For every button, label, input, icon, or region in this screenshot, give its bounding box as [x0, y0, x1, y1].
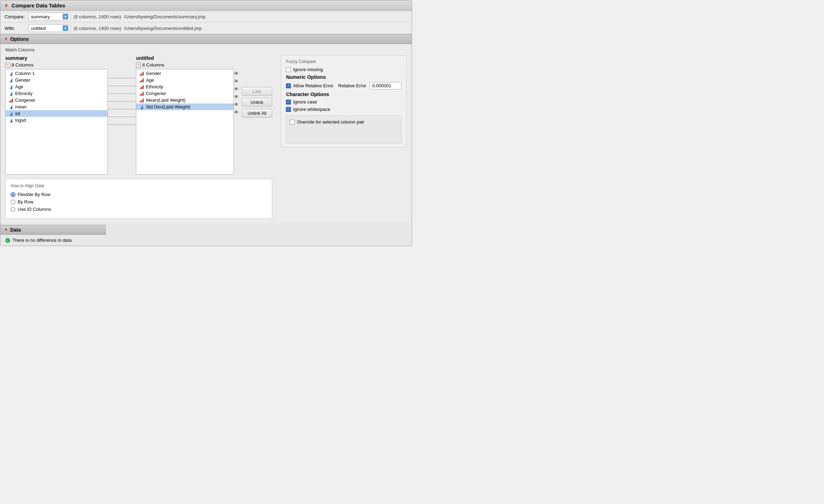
data-section-header[interactable]: ▼ Data [0, 225, 106, 235]
data-result-text: There is no difference in data [12, 238, 71, 243]
relative-error-label: Relative Error [338, 83, 366, 88]
radio-flexible[interactable]: Flexible By Row [11, 192, 267, 197]
untitled-list-row: Gender Age [136, 69, 238, 175]
col-age-icon [8, 84, 13, 89]
summary-col-age[interactable]: Age [6, 83, 107, 90]
summary-panel-title: summary [5, 55, 108, 61]
col-gender-icon [8, 78, 13, 83]
main-window: ▼ Compare Data Tables Compare: summary ▼… [0, 0, 412, 246]
ignore-missing-checkbox[interactable] [286, 67, 291, 72]
data-label: Data [10, 227, 21, 233]
col-panels-row: summary ✕ 8 Columns Column 1 [5, 55, 272, 175]
radio-flexible-btn[interactable] [11, 192, 15, 197]
ignore-case-row: ✓ Ignore case [286, 99, 401, 105]
summary-col-sd[interactable]: sd [6, 110, 107, 117]
title-bar: ▼ Compare Data Tables [0, 0, 412, 11]
with-label: With: [5, 26, 26, 31]
summary-col-mean[interactable]: mean [6, 103, 107, 110]
override-checkbox[interactable] [290, 120, 295, 125]
untitled-col-congener[interactable]: Congener [136, 90, 233, 97]
col-mean-name: mean [15, 104, 27, 109]
ignore-case-label: Ignore case [293, 99, 317, 105]
title-bar-collapse-icon[interactable]: ▼ [4, 3, 9, 8]
untitled-col-age[interactable]: Age [136, 77, 233, 83]
action-buttons: Link Unlink Unlink All [242, 55, 272, 118]
ignore-whitespace-checkbox[interactable]: ✓ [286, 107, 291, 112]
link-button[interactable]: Link [242, 87, 272, 96]
options-section-header[interactable]: ▼ Options [0, 34, 412, 44]
with-value: untitled [31, 26, 46, 31]
untitled-age-icon [139, 78, 144, 83]
fuzzy-panel: Fuzzy Compare Ignore missing Numeric Opt… [281, 55, 407, 147]
eye-meanlipid[interactable]: 👁 [234, 101, 239, 108]
untitled-panel-title: untitled [136, 55, 238, 61]
radio-idcols[interactable]: Use ID Columns [11, 207, 267, 212]
compare-dropdown[interactable]: summary ▼ [29, 13, 71, 20]
col-logsd-name: logsd [15, 118, 26, 123]
col-gender-name: Gender [15, 77, 30, 83]
untitled-age-name: Age [146, 77, 154, 83]
untitled-gender-name: Gender [146, 71, 161, 76]
untitled-col-ethnicity[interactable]: Ethnicity [136, 83, 233, 90]
col1-icon [8, 71, 13, 76]
eye-ethnicity[interactable]: 👁 [234, 85, 239, 93]
radio-byrow-btn[interactable] [11, 200, 15, 204]
summary-col-logsd[interactable]: logsd [6, 117, 107, 124]
untitled-col-stddev[interactable]: Std Dev(Lipid Weight) [136, 103, 233, 110]
summary-count-checkbox[interactable]: ✕ [5, 63, 10, 68]
untitled-congener-name: Congener [146, 91, 166, 96]
eye-stddev[interactable]: 👁 [234, 108, 239, 116]
ignore-whitespace-label: Ignore whitespace [293, 107, 330, 112]
data-result-row: ✓ There is no difference in data [0, 235, 412, 246]
green-check-icon: ✓ [5, 238, 10, 243]
untitled-meanlipid-icon [139, 98, 144, 103]
allow-relative-error-label: Allow Relative Error [293, 83, 333, 88]
unlink-button[interactable]: Unlink [242, 98, 272, 107]
col-congener-icon [8, 98, 13, 103]
summary-col-gender[interactable]: Gender [6, 77, 107, 83]
ignore-missing-label: Ignore missing [293, 67, 323, 72]
summary-column-list[interactable]: Column 1 Gender Age [5, 69, 108, 175]
untitled-col-meanlipid[interactable]: Mean(Lipid Weight) [136, 97, 233, 103]
untitled-meanlipid-name: Mean(Lipid Weight) [146, 97, 185, 103]
window-title: Compare Data Tables [12, 2, 65, 8]
eye-congener[interactable]: 👁 [234, 93, 239, 101]
data-collapse-icon[interactable]: ▼ [4, 227, 8, 232]
untitled-stddev-name: Std Dev(Lipid Weight) [146, 104, 190, 109]
untitled-count-checkbox[interactable]: ✕ [136, 63, 141, 68]
summary-col-column1[interactable]: Column 1 [6, 70, 107, 77]
with-dropdown[interactable]: untitled ▼ [29, 24, 71, 32]
compare-info: (8 columns, 1400 rows) [74, 14, 121, 19]
compare-dropdown-arrow[interactable]: ▼ [63, 14, 68, 19]
radio-flexible-dot [12, 194, 14, 196]
untitled-col-gender[interactable]: Gender [136, 70, 233, 77]
untitled-ethnicity-icon [139, 84, 144, 89]
col-congener-name: Congener [15, 97, 35, 103]
untitled-ethnicity-name: Ethnicity [146, 84, 163, 89]
relative-error-input[interactable] [370, 82, 401, 89]
connectors-svg [108, 73, 136, 143]
ignore-case-checkbox[interactable]: ✓ [286, 100, 291, 105]
col1-name: Column 1 [15, 71, 35, 76]
untitled-congener-icon [139, 91, 144, 96]
radio-byrow-label: By Row [18, 199, 33, 204]
untitled-count-row: ✕ 6 Columns [136, 62, 238, 68]
eye-age[interactable]: 👁 [234, 77, 239, 85]
summary-col-congener[interactable]: Congener [6, 97, 107, 103]
untitled-column-list[interactable]: Gender Age [136, 69, 233, 175]
eye-gender[interactable]: 👁 [234, 70, 239, 77]
radio-idcols-btn[interactable] [11, 207, 15, 212]
connector-area [108, 55, 136, 73]
numeric-options-header: Numeric Options [286, 74, 401, 80]
radio-flexible-label: Flexible By Row [18, 192, 50, 197]
options-collapse-icon[interactable]: ▼ [4, 37, 8, 42]
override-row: Override for selected column pair [290, 119, 398, 125]
compare-label: Compare: [5, 14, 26, 19]
allow-relative-error-checkbox[interactable]: ✓ [286, 83, 291, 88]
with-dropdown-arrow[interactable]: ▼ [63, 25, 68, 31]
align-section: How to Align Data Flexible By Row By Row… [5, 179, 272, 219]
summary-col-ethnicity[interactable]: Ethnicity [6, 90, 107, 97]
full-options-row: summary ✕ 8 Columns Column 1 [5, 55, 407, 219]
unlink-all-button[interactable]: Unlink All [242, 109, 272, 118]
radio-byrow[interactable]: By Row [11, 199, 267, 204]
